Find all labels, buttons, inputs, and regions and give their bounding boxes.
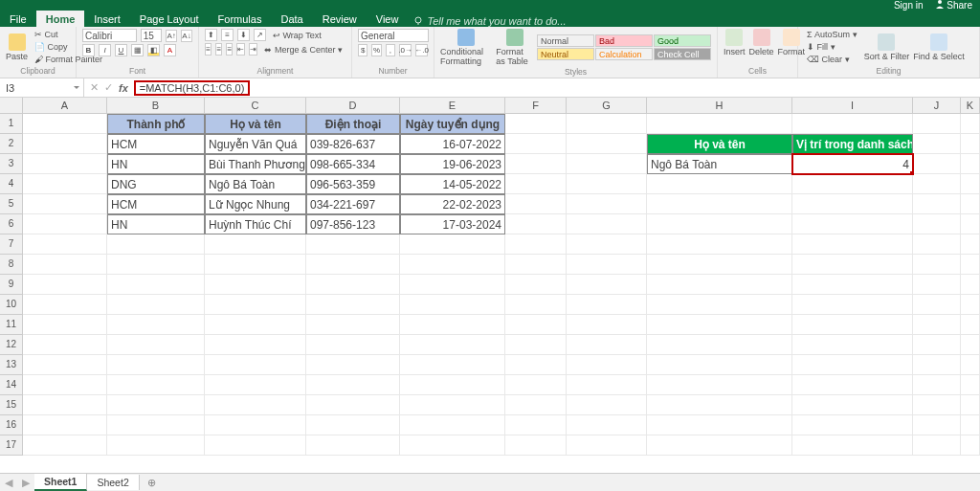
border-button[interactable]: ▦ <box>131 44 144 56</box>
cell[interactable] <box>567 134 647 154</box>
cell[interactable] <box>792 114 913 134</box>
cell[interactable] <box>913 375 961 395</box>
cell[interactable] <box>23 134 107 154</box>
cell[interactable] <box>400 315 505 335</box>
cell[interactable]: Ngô Bá Toàn <box>647 154 792 174</box>
cell[interactable] <box>567 154 647 174</box>
cell[interactable] <box>913 154 961 174</box>
cell[interactable] <box>107 255 205 275</box>
cell[interactable] <box>567 435 647 456</box>
cell[interactable] <box>961 255 980 275</box>
cell[interactable] <box>23 315 107 335</box>
cell[interactable] <box>647 395 792 415</box>
cell[interactable] <box>306 295 400 315</box>
align-right-button[interactable]: ≡ <box>226 43 233 56</box>
sheet-tab[interactable]: Sheet1 <box>34 474 87 491</box>
align-top-button[interactable]: ⬆ <box>205 29 217 41</box>
cell[interactable] <box>647 415 792 435</box>
fill-color-button[interactable]: ◧ <box>147 44 160 56</box>
cell[interactable] <box>205 435 306 456</box>
cell[interactable] <box>567 295 647 315</box>
cell[interactable] <box>647 234 792 255</box>
cell[interactable] <box>913 134 961 154</box>
tab-formulas[interactable]: Formulas <box>209 11 272 27</box>
cell[interactable] <box>647 275 792 295</box>
cell[interactable]: 097-856-123 <box>306 214 400 234</box>
row-header[interactable]: 3 <box>0 154 23 174</box>
cell[interactable]: Thành phố <box>107 114 205 134</box>
cell[interactable] <box>23 214 107 234</box>
cell[interactable]: 22-02-2023 <box>400 194 505 214</box>
cell[interactable]: Ngô Bá Toàn <box>205 174 306 194</box>
style-check-cell[interactable]: Check Cell <box>654 48 711 60</box>
row-header[interactable]: 10 <box>0 295 23 315</box>
cell[interactable] <box>913 214 961 234</box>
cell[interactable] <box>961 174 980 194</box>
cell[interactable] <box>400 295 505 315</box>
cell[interactable] <box>505 214 567 234</box>
cell[interactable] <box>792 315 913 335</box>
cell[interactable] <box>23 275 107 295</box>
cell[interactable] <box>205 234 306 255</box>
cell[interactable] <box>107 335 205 355</box>
cell[interactable] <box>961 194 980 214</box>
style-neutral[interactable]: Neutral <box>537 48 594 60</box>
cell[interactable] <box>647 114 792 134</box>
row-header[interactable]: 16 <box>0 415 23 435</box>
select-all-triangle[interactable] <box>0 98 23 113</box>
confirm-formula-icon[interactable]: ✓ <box>104 81 113 94</box>
indent-inc-button[interactable]: ⇥ <box>249 43 257 56</box>
cell[interactable] <box>647 435 792 456</box>
col-header[interactable]: I <box>792 98 913 113</box>
cell[interactable] <box>913 234 961 255</box>
cell[interactable] <box>306 234 400 255</box>
cell[interactable] <box>792 194 913 214</box>
cell[interactable]: Ngày tuyển dụng <box>400 114 505 134</box>
cell[interactable] <box>913 275 961 295</box>
cell[interactable] <box>505 114 567 134</box>
cell[interactable] <box>107 395 205 415</box>
align-left-button[interactable]: ≡ <box>205 43 212 56</box>
cell[interactable] <box>792 214 913 234</box>
col-header[interactable]: C <box>205 98 306 113</box>
cell[interactable] <box>567 114 647 134</box>
cell[interactable] <box>107 355 205 375</box>
col-header[interactable]: D <box>306 98 400 113</box>
cell[interactable] <box>400 355 505 375</box>
fx-icon[interactable]: fx <box>119 82 128 94</box>
cell[interactable]: DNG <box>107 174 205 194</box>
cell[interactable] <box>23 234 107 255</box>
formula-input[interactable]: =MATCH(H3,C1:C6,0) <box>134 78 980 97</box>
cell[interactable] <box>913 315 961 335</box>
cell[interactable] <box>205 415 306 435</box>
dec-decimal-button[interactable]: ←.0 <box>415 44 428 56</box>
cell[interactable]: 039-826-637 <box>306 134 400 154</box>
cell[interactable] <box>961 355 980 375</box>
cell[interactable] <box>961 234 980 255</box>
cell[interactable] <box>961 154 980 174</box>
cell[interactable] <box>23 295 107 315</box>
row-header[interactable]: 1 <box>0 114 23 134</box>
cell[interactable]: Bùi Thanh Phương <box>205 154 306 174</box>
cell[interactable] <box>647 315 792 335</box>
row-header[interactable]: 17 <box>0 435 23 456</box>
cell[interactable] <box>961 375 980 395</box>
cell[interactable] <box>107 234 205 255</box>
cell[interactable]: 098-665-334 <box>306 154 400 174</box>
row-header[interactable]: 6 <box>0 214 23 234</box>
col-header[interactable]: K <box>961 98 980 113</box>
cell[interactable] <box>505 154 567 174</box>
cell[interactable] <box>792 395 913 415</box>
font-size-select[interactable]: 15 <box>141 29 162 42</box>
row-header[interactable]: 12 <box>0 335 23 355</box>
share-button[interactable]: Share <box>935 0 972 11</box>
cell[interactable] <box>306 335 400 355</box>
italic-button[interactable]: I <box>99 44 111 56</box>
cell[interactable] <box>107 415 205 435</box>
cell[interactable]: Nguyễn Văn Quá <box>205 134 306 154</box>
tell-me-search[interactable]: Tell me what you want to do... <box>413 15 566 27</box>
cell[interactable] <box>205 255 306 275</box>
cell[interactable] <box>23 375 107 395</box>
cell[interactable] <box>647 174 792 194</box>
cell[interactable] <box>792 275 913 295</box>
